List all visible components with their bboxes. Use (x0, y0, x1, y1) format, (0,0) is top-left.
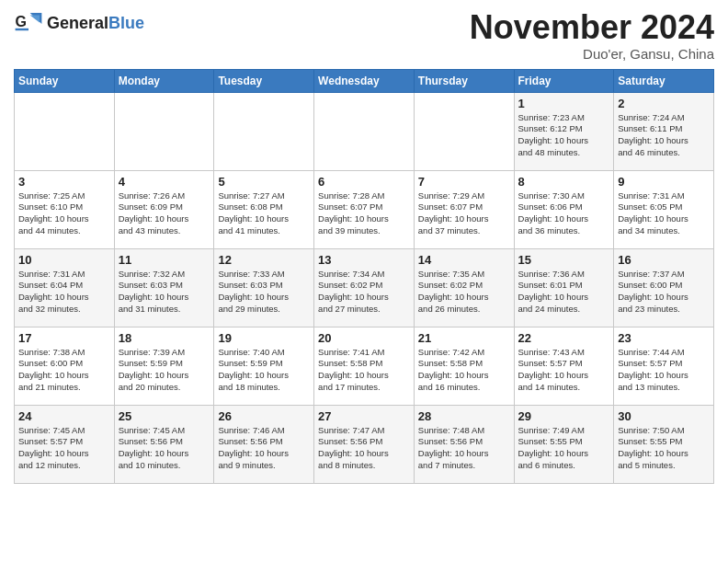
day-number: 15 (518, 253, 610, 267)
calendar-cell: 9Sunrise: 7:31 AM Sunset: 6:05 PM Daylig… (614, 170, 714, 248)
day-number: 10 (18, 253, 110, 267)
day-number: 26 (218, 409, 310, 423)
day-header-wednesday: Wednesday (314, 69, 415, 92)
day-info: Sunrise: 7:39 AM Sunset: 5:59 PM Dayligh… (119, 347, 210, 394)
day-header-sunday: Sunday (15, 69, 115, 92)
day-info: Sunrise: 7:24 AM Sunset: 6:11 PM Dayligh… (618, 112, 710, 159)
day-header-monday: Monday (114, 69, 214, 92)
day-number: 12 (218, 253, 310, 267)
svg-text:G: G (16, 14, 27, 29)
day-info: Sunrise: 7:33 AM Sunset: 6:03 PM Dayligh… (218, 269, 310, 316)
month-title: November 2024 (470, 9, 714, 46)
day-number: 17 (18, 331, 110, 345)
logo-general: General (47, 14, 108, 32)
logo-text-block: GeneralBlue (47, 15, 144, 33)
day-info: Sunrise: 7:31 AM Sunset: 6:04 PM Dayligh… (18, 269, 110, 316)
calendar-week-2: 3Sunrise: 7:25 AM Sunset: 6:10 PM Daylig… (15, 170, 714, 248)
day-number: 29 (518, 409, 610, 423)
title-block: November 2024 Duo'er, Gansu, China (470, 9, 714, 62)
day-number: 14 (418, 253, 510, 267)
calendar-cell: 13Sunrise: 7:34 AM Sunset: 6:02 PM Dayli… (314, 248, 415, 327)
day-info: Sunrise: 7:50 AM Sunset: 5:55 PM Dayligh… (618, 425, 710, 472)
logo-blue: Blue (108, 14, 144, 32)
calendar-cell: 3Sunrise: 7:25 AM Sunset: 6:10 PM Daylig… (15, 170, 115, 248)
day-info: Sunrise: 7:25 AM Sunset: 6:10 PM Dayligh… (18, 190, 110, 237)
calendar-cell: 10Sunrise: 7:31 AM Sunset: 6:04 PM Dayli… (15, 248, 115, 327)
day-header-thursday: Thursday (414, 69, 514, 92)
location: Duo'er, Gansu, China (470, 46, 714, 62)
day-info: Sunrise: 7:42 AM Sunset: 5:58 PM Dayligh… (418, 347, 510, 394)
day-number: 11 (119, 253, 210, 267)
calendar-cell: 2Sunrise: 7:24 AM Sunset: 6:11 PM Daylig… (614, 92, 714, 170)
day-info: Sunrise: 7:45 AM Sunset: 5:57 PM Dayligh… (18, 425, 110, 472)
calendar-cell: 11Sunrise: 7:32 AM Sunset: 6:03 PM Dayli… (114, 248, 214, 327)
day-info: Sunrise: 7:47 AM Sunset: 5:56 PM Dayligh… (318, 425, 410, 472)
day-number: 16 (618, 253, 710, 267)
day-info: Sunrise: 7:31 AM Sunset: 6:05 PM Dayligh… (618, 190, 710, 237)
calendar-cell: 28Sunrise: 7:48 AM Sunset: 5:56 PM Dayli… (414, 405, 514, 483)
day-info: Sunrise: 7:37 AM Sunset: 6:00 PM Dayligh… (618, 269, 710, 316)
day-info: Sunrise: 7:45 AM Sunset: 5:56 PM Dayligh… (119, 425, 210, 472)
day-info: Sunrise: 7:43 AM Sunset: 5:57 PM Dayligh… (518, 347, 610, 394)
day-number: 21 (418, 331, 510, 345)
day-number: 7 (418, 175, 510, 189)
calendar-cell: 27Sunrise: 7:47 AM Sunset: 5:56 PM Dayli… (314, 405, 415, 483)
day-number: 30 (618, 409, 710, 423)
day-info: Sunrise: 7:49 AM Sunset: 5:55 PM Dayligh… (518, 425, 610, 472)
day-info: Sunrise: 7:36 AM Sunset: 6:01 PM Dayligh… (518, 269, 610, 316)
calendar-cell: 1Sunrise: 7:23 AM Sunset: 6:12 PM Daylig… (514, 92, 614, 170)
calendar-week-4: 17Sunrise: 7:38 AM Sunset: 6:00 PM Dayli… (15, 327, 714, 405)
calendar-header-row: SundayMondayTuesdayWednesdayThursdayFrid… (15, 69, 714, 92)
day-number: 8 (518, 175, 610, 189)
calendar-cell (114, 92, 214, 170)
day-number: 9 (618, 175, 710, 189)
day-info: Sunrise: 7:26 AM Sunset: 6:09 PM Dayligh… (119, 190, 210, 237)
day-info: Sunrise: 7:28 AM Sunset: 6:07 PM Dayligh… (318, 190, 410, 237)
calendar-cell: 25Sunrise: 7:45 AM Sunset: 5:56 PM Dayli… (114, 405, 214, 483)
day-info: Sunrise: 7:30 AM Sunset: 6:06 PM Dayligh… (518, 190, 610, 237)
day-number: 22 (518, 331, 610, 345)
day-info: Sunrise: 7:35 AM Sunset: 6:02 PM Dayligh… (418, 269, 510, 316)
calendar-cell: 23Sunrise: 7:44 AM Sunset: 5:57 PM Dayli… (614, 327, 714, 405)
day-number: 23 (618, 331, 710, 345)
day-info: Sunrise: 7:27 AM Sunset: 6:08 PM Dayligh… (218, 190, 310, 237)
calendar-week-1: 1Sunrise: 7:23 AM Sunset: 6:12 PM Daylig… (15, 92, 714, 170)
calendar-cell: 8Sunrise: 7:30 AM Sunset: 6:06 PM Daylig… (514, 170, 614, 248)
calendar-cell: 21Sunrise: 7:42 AM Sunset: 5:58 PM Dayli… (414, 327, 514, 405)
day-info: Sunrise: 7:29 AM Sunset: 6:07 PM Dayligh… (418, 190, 510, 237)
day-info: Sunrise: 7:32 AM Sunset: 6:03 PM Dayligh… (119, 269, 210, 316)
day-header-friday: Friday (514, 69, 614, 92)
calendar-cell: 19Sunrise: 7:40 AM Sunset: 5:59 PM Dayli… (214, 327, 314, 405)
page: G GeneralBlue November 2024 Duo'er, Gans… (0, 0, 728, 493)
calendar-cell: 12Sunrise: 7:33 AM Sunset: 6:03 PM Dayli… (214, 248, 314, 327)
day-number: 27 (318, 409, 410, 423)
day-number: 24 (18, 409, 110, 423)
day-header-saturday: Saturday (614, 69, 714, 92)
day-number: 3 (18, 175, 110, 189)
calendar-cell: 4Sunrise: 7:26 AM Sunset: 6:09 PM Daylig… (114, 170, 214, 248)
calendar-cell (414, 92, 514, 170)
calendar-cell (314, 92, 415, 170)
logo-icon: G (14, 9, 43, 39)
calendar-cell: 14Sunrise: 7:35 AM Sunset: 6:02 PM Dayli… (414, 248, 514, 327)
logo: G GeneralBlue (14, 9, 144, 39)
calendar-cell: 15Sunrise: 7:36 AM Sunset: 6:01 PM Dayli… (514, 248, 614, 327)
header: G GeneralBlue November 2024 Duo'er, Gans… (14, 9, 714, 62)
calendar-table: SundayMondayTuesdayWednesdayThursdayFrid… (14, 69, 714, 484)
day-info: Sunrise: 7:44 AM Sunset: 5:57 PM Dayligh… (618, 347, 710, 394)
calendar-cell: 30Sunrise: 7:50 AM Sunset: 5:55 PM Dayli… (614, 405, 714, 483)
calendar-cell: 7Sunrise: 7:29 AM Sunset: 6:07 PM Daylig… (414, 170, 514, 248)
day-info: Sunrise: 7:34 AM Sunset: 6:02 PM Dayligh… (318, 269, 410, 316)
calendar-cell: 6Sunrise: 7:28 AM Sunset: 6:07 PM Daylig… (314, 170, 415, 248)
calendar-week-5: 24Sunrise: 7:45 AM Sunset: 5:57 PM Dayli… (15, 405, 714, 483)
calendar-cell: 17Sunrise: 7:38 AM Sunset: 6:00 PM Dayli… (15, 327, 115, 405)
day-info: Sunrise: 7:48 AM Sunset: 5:56 PM Dayligh… (418, 425, 510, 472)
calendar-cell: 5Sunrise: 7:27 AM Sunset: 6:08 PM Daylig… (214, 170, 314, 248)
svg-rect-4 (16, 29, 28, 30)
day-info: Sunrise: 7:41 AM Sunset: 5:58 PM Dayligh… (318, 347, 410, 394)
calendar-cell: 24Sunrise: 7:45 AM Sunset: 5:57 PM Dayli… (15, 405, 115, 483)
day-number: 20 (318, 331, 410, 345)
day-info: Sunrise: 7:23 AM Sunset: 6:12 PM Dayligh… (518, 112, 610, 159)
calendar-cell (214, 92, 314, 170)
day-number: 4 (119, 175, 210, 189)
